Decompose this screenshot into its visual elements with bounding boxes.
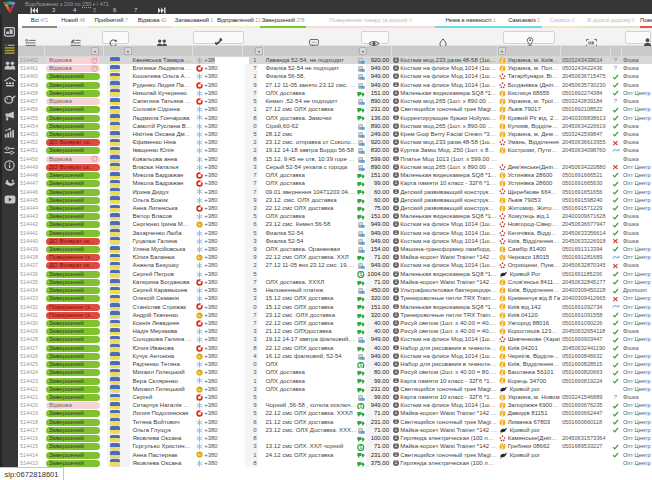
svg-text:$: $: [359, 403, 362, 409]
svg-text:lc: lc: [197, 354, 200, 359]
svg-text:lc: lc: [197, 453, 200, 458]
svg-text:$: $: [359, 444, 362, 450]
svg-text:lc: lc: [197, 255, 200, 260]
svg-text:$: $: [359, 362, 362, 368]
svg-text:lc: lc: [197, 387, 200, 392]
svg-text:lc: lc: [197, 370, 200, 375]
svg-text:lc: lc: [197, 222, 200, 227]
svg-text:$: $: [359, 272, 362, 278]
svg-text:lc: lc: [197, 313, 200, 318]
